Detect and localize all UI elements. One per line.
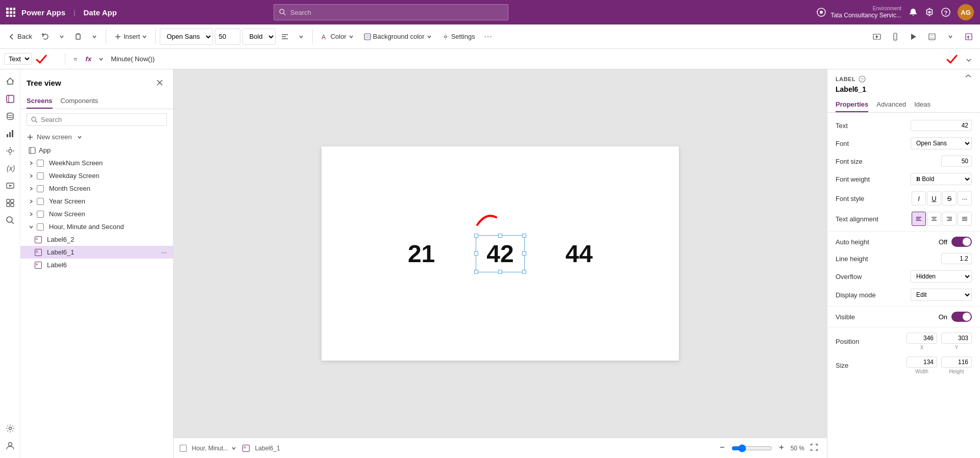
visible-toggle[interactable] [951,312,972,322]
close-tree-button[interactable] [153,75,167,90]
handle-tr[interactable] [522,234,526,238]
phone-button[interactable] [888,30,902,44]
tree-item-app[interactable]: App [20,144,173,157]
zoom-slider[interactable] [731,444,772,452]
settings-icon[interactable] [925,8,934,17]
tree-item-hourminsec[interactable]: Hour, Minute and Second [20,220,173,233]
more-options-label6-1[interactable]: ··· [161,248,167,256]
settings-toolbar-button[interactable]: Settings [438,31,479,42]
search-bar[interactable] [274,4,508,20]
fit-screen-button[interactable] [807,443,821,453]
font-weight-select[interactable]: Bold [242,29,276,45]
canvas-selected-element[interactable]: 42 [476,235,524,272]
align-dropdown[interactable] [294,30,308,44]
formula-expand[interactable] [962,52,976,66]
tab-components[interactable]: Components [61,94,99,109]
settings-icon-btn[interactable] [2,420,18,437]
zoom-in-button[interactable] [775,443,788,453]
handle-ml[interactable] [474,251,478,256]
element-selector[interactable]: Label6_1 [242,445,280,452]
font-size-prop-input[interactable] [941,156,972,167]
analytics-icon-btn[interactable] [2,125,18,142]
user-avatar[interactable]: AG [958,4,974,20]
size-height-input[interactable] [941,357,972,368]
tab-advanced[interactable]: Advanced [876,97,906,112]
apps-grid-icon[interactable] [6,8,15,17]
font-select[interactable]: Open Sans [911,137,972,149]
tab-properties[interactable]: Properties [836,97,868,112]
save-button[interactable] [925,30,939,44]
align-right-button[interactable] [942,212,957,226]
align-justify-button[interactable] [958,212,972,226]
media-icon-btn[interactable] [2,177,18,194]
tab-screens[interactable]: Screens [27,94,53,109]
handle-bl[interactable] [474,270,478,274]
home-icon-btn[interactable] [2,73,18,90]
background-color-button[interactable]: Background color [360,31,436,42]
align-button[interactable] [278,30,292,44]
undo-button[interactable] [38,30,53,44]
handle-mr[interactable] [522,251,526,256]
tree-search-bar[interactable] [27,113,167,126]
preview-button[interactable] [870,30,884,44]
search-icon-btn[interactable] [2,212,18,228]
overflow-select[interactable]: Hidden [911,270,972,283]
help-icon[interactable]: ? [941,8,950,17]
selection-box[interactable]: 42 [476,235,524,272]
notification-icon[interactable] [909,8,918,17]
more-button[interactable]: ··· [481,30,496,44]
property-select[interactable]: Text [4,53,32,65]
handle-tm[interactable] [498,234,502,238]
tree-item-label6-1[interactable]: Label6_1 ··· [20,246,173,259]
size-width-input[interactable] [906,357,937,368]
tree-item-year[interactable]: Year Screen [20,195,173,208]
display-mode-select[interactable]: Edit [911,289,972,301]
position-x-input[interactable] [906,333,937,344]
search-input[interactable] [290,9,503,16]
screens-icon-btn[interactable] [2,91,18,107]
back-button[interactable]: Back [4,31,36,42]
data-icon-btn[interactable] [2,108,18,124]
handle-br[interactable] [522,270,526,274]
components-icon-btn[interactable] [2,195,18,211]
text-value-input[interactable] [911,120,972,131]
tree-item-weekday[interactable]: Weekday Screen [20,169,173,182]
tree-search-input[interactable] [41,116,162,123]
tree-item-weeknum[interactable]: WeekNum Screen [20,157,173,169]
save-dropdown[interactable] [943,30,958,44]
font-family-select[interactable]: Open Sans [160,29,213,45]
user-icon-btn[interactable] [2,438,18,454]
font-weight-prop-select[interactable]: 𝐁 Bold [911,173,972,185]
line-height-input[interactable] [941,253,972,264]
tab-ideas[interactable]: Ideas [914,97,930,112]
italic-button[interactable]: I [912,191,926,206]
more-font-style-button[interactable]: ··· [958,191,972,206]
handle-tl[interactable] [474,234,478,238]
align-center-button[interactable] [927,212,941,226]
play-button[interactable] [906,30,921,44]
screen-selector[interactable]: Hour, Minut... [180,445,236,452]
zoom-out-button[interactable] [716,443,728,453]
underline-button[interactable]: U [927,191,941,206]
logic-icon-btn[interactable] [2,143,18,159]
tree-item-label6[interactable]: Label6 [20,259,173,271]
tree-item-label6-2[interactable]: Label6_2 [20,233,173,246]
clipboard-dropdown[interactable] [87,30,102,44]
handle-bm[interactable] [498,270,502,274]
canvas-frame[interactable]: 21 [174,69,827,438]
color-button[interactable]: A Color [317,31,357,42]
strikethrough-button[interactable]: S [942,191,957,206]
font-size-input[interactable] [215,29,240,45]
tree-item-month[interactable]: Month Screen [20,182,173,195]
expand-panel-button[interactable] [965,74,972,83]
tree-item-now[interactable]: Now Screen [20,208,173,220]
insert-button[interactable]: Insert [110,31,152,42]
auto-height-toggle[interactable] [951,237,972,247]
variable-icon-btn[interactable]: (x) [2,160,18,176]
clipboard-button[interactable] [71,30,85,44]
new-screen-button[interactable]: New screen [20,130,173,144]
formula-input[interactable] [111,55,940,63]
publish-button[interactable] [962,30,976,44]
position-y-input[interactable] [941,333,972,344]
align-left-button[interactable] [912,212,926,226]
